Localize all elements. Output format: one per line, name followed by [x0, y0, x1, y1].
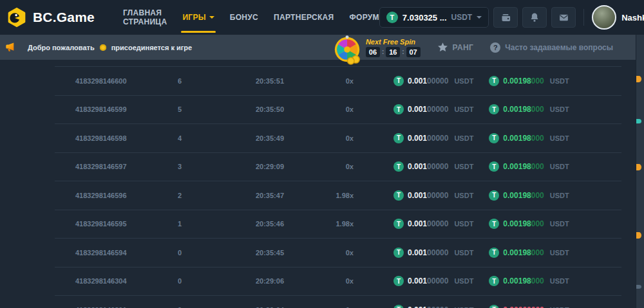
- bet-amount-dim: 00000: [427, 105, 448, 114]
- bet-currency: USDT: [454, 105, 473, 113]
- nav-item-affiliate[interactable]: ПАРТНЕРСКАЯ: [274, 0, 334, 35]
- payout-amount-main: 0.00198: [503, 219, 531, 228]
- bet-multiplier: 1.98x: [328, 220, 354, 228]
- payout-amount-dim: 000: [531, 162, 544, 171]
- bet-amount-group: T 0.00100000 USDT: [393, 305, 473, 308]
- bet-time: 20:35:46: [212, 220, 328, 228]
- nav-item-games[interactable]: ИГРЫ: [182, 0, 214, 35]
- bet-row[interactable]: 4183298146599 5 20:35:50 0x T 0.00100000…: [55, 95, 621, 124]
- nav-item-bonus[interactable]: БОНУС: [230, 0, 258, 35]
- tether-coin-icon: T: [393, 133, 404, 143]
- bet-id: 4183298146599: [75, 105, 147, 113]
- messages-button[interactable]: [551, 7, 576, 28]
- faq-link[interactable]: ? Часто задаваемые вопросы: [490, 42, 613, 53]
- balance-dropdown[interactable]: T 7.030325 ... USDT: [379, 7, 489, 28]
- bet-multiplier: 0x: [328, 277, 354, 285]
- payout-group: T 0.00198000 USDT: [489, 248, 569, 258]
- bet-amount-dim: 00000: [427, 191, 448, 200]
- payout-amount-dim: 000: [531, 191, 544, 200]
- payout-amount-main: 0.00198: [503, 276, 531, 285]
- bet-amount-group: T 0.00100000 USDT: [393, 248, 473, 258]
- tether-coin-icon: T: [489, 161, 499, 172]
- faq-label: Часто задаваемые вопросы: [505, 43, 613, 52]
- bet-id: 4183298146598: [75, 134, 147, 142]
- bet-value: 0: [147, 277, 212, 285]
- bet-row[interactable]: 4183298146594 0 20:35:45 0x T 0.00100000…: [55, 238, 621, 267]
- bcgame-logo-icon: [6, 7, 27, 28]
- bet-row[interactable]: 4183298146595 1 20:35:46 1.98x T 0.00100…: [55, 210, 621, 239]
- bell-icon: [529, 12, 540, 23]
- bet-amount-main: 0.001: [408, 219, 427, 228]
- tether-coin-icon: T: [489, 104, 499, 114]
- tether-coin-icon: T: [393, 305, 404, 308]
- bet-amount-group: T 0.00100000 USDT: [393, 76, 473, 86]
- bet-multiplier: 0x: [328, 105, 354, 113]
- bet-amount-group: T 0.00100000 USDT: [393, 161, 473, 172]
- bet-currency: USDT: [454, 77, 473, 85]
- tether-coin-icon: T: [393, 276, 404, 286]
- bet-value: 3: [147, 163, 212, 170]
- bet-multiplier: 1.98x: [328, 192, 354, 199]
- payout-amount-main: 0.00198: [503, 134, 531, 143]
- payout-amount-dim: 000: [531, 276, 544, 285]
- free-spin-timer: 06 : 16 : 07: [366, 47, 421, 57]
- payout-currency: USDT: [550, 220, 569, 228]
- payout-amount-main: 0.00198: [503, 105, 531, 114]
- tether-coin-icon: T: [393, 219, 404, 229]
- payout-currency: USDT: [550, 105, 569, 113]
- bet-row[interactable]: 4183298146598 4 20:35:49 0x T 0.00100000…: [55, 123, 621, 152]
- vertical-divider: [583, 9, 584, 26]
- tether-coin-icon: T: [393, 190, 404, 201]
- wallet-button[interactable]: [493, 7, 518, 28]
- payout-amount-dim: 000: [531, 105, 544, 114]
- bet-row[interactable]: 4183298146596 2 20:35:47 1.98x T 0.00100…: [55, 181, 621, 210]
- tether-coin-icon: T: [489, 276, 499, 286]
- user-menu[interactable]: Nashka: [592, 5, 644, 30]
- chat-emoji-fragment: [636, 285, 641, 289]
- nav-item-forum[interactable]: ФОРУМ: [349, 0, 379, 35]
- bet-row[interactable]: 4183298146304 0 20:29:06 0x T 0.00100000…: [55, 267, 621, 296]
- megaphone-icon: [5, 41, 17, 53]
- tether-coin-icon: T: [489, 76, 499, 86]
- timer-separator: :: [382, 48, 384, 55]
- payout-amount-main: 0.00000000: [503, 305, 544, 308]
- bet-time: 20:35:50: [212, 105, 328, 113]
- coin-icon: [100, 44, 106, 51]
- bet-amount-main: 0.001: [408, 134, 427, 143]
- payout-group: T 0.00198000 USDT: [489, 190, 569, 201]
- tether-coin-icon: T: [393, 161, 404, 172]
- bet-amount-dim: 00000: [427, 162, 448, 171]
- bet-time: 20:35:49: [212, 134, 328, 142]
- timer-minutes: 16: [386, 47, 400, 57]
- chat-emoji-fragment: [636, 76, 641, 82]
- tether-coin-icon: T: [489, 305, 499, 308]
- chevron-down-icon: [209, 16, 214, 19]
- rank-link[interactable]: РАНГ: [437, 42, 474, 53]
- bet-row[interactable]: 4183298146597 3 20:29:09 0x T 0.00100000…: [55, 152, 621, 181]
- promo-cluster: Next Free Spin 06 : 16 : 07 РАНГ: [332, 34, 613, 61]
- rank-label: РАНГ: [453, 43, 474, 52]
- bet-value: 4: [147, 134, 212, 142]
- bet-currency: USDT: [454, 192, 473, 199]
- bet-amount-dim: 00000: [427, 305, 448, 308]
- timer-hours: 06: [366, 47, 380, 57]
- nav-item-home[interactable]: ГЛАВНАЯ СТРАНИЦА: [123, 0, 167, 35]
- bet-value: 0: [147, 249, 212, 257]
- payout-amount-main: 0.00198: [503, 77, 531, 86]
- bet-value: 1: [147, 220, 212, 228]
- brand-logo-link[interactable]: BC.Game: [6, 7, 95, 28]
- bet-id: 4183298146595: [75, 220, 147, 228]
- bet-time: 20:35:45: [212, 249, 328, 257]
- tether-coin-icon: T: [489, 133, 499, 143]
- bet-amount-group: T 0.00100000 USDT: [393, 104, 473, 114]
- payout-currency: USDT: [550, 277, 569, 285]
- bet-row[interactable]: 4183298146600 6 20:35:51 0x T 0.00100000…: [55, 66, 621, 95]
- spin-meta: Next Free Spin 06 : 16 : 07: [366, 38, 421, 57]
- chevron-down-icon: [477, 16, 482, 19]
- bet-multiplier: 0x: [328, 134, 354, 142]
- notifications-button[interactable]: [522, 7, 547, 28]
- free-spin-widget[interactable]: Next Free Spin 06 : 16 : 07: [332, 34, 421, 61]
- bet-id: 4183298146597: [75, 163, 147, 170]
- bet-row[interactable]: 4183298146301 9 20:29:04 0x T 0.00100000…: [55, 295, 621, 308]
- tether-coin-icon: T: [489, 248, 499, 258]
